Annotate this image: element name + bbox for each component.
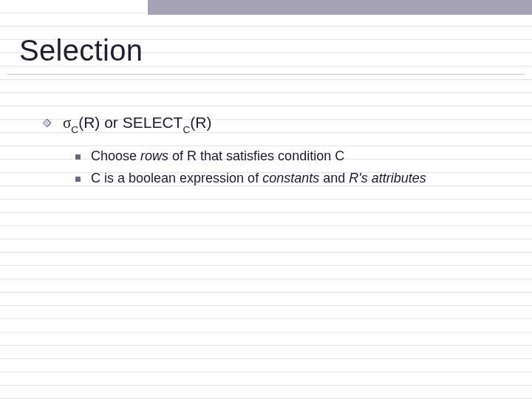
sigma-symbol: σ [63,114,71,132]
top-accent-block [148,0,532,15]
text-segment: C is a boolean expression of [91,171,262,185]
bullet-level2: C is a boolean expression of constants a… [75,168,502,189]
slide-title: Selection [19,34,143,67]
italic-rows: rows [140,149,172,163]
bullet1-text: σC(R) or SELECTC(R) [63,112,211,136]
text-segment: Choose [91,149,140,163]
sigma-subscript: C [71,124,78,135]
italic-r-attributes: R's attributes [349,171,426,185]
italic-constants: constants [262,171,323,185]
square-bullet-icon [75,177,81,182]
title-underline [7,74,525,75]
sigma-arg: (R) [78,114,100,131]
text-segment: of R that satisfies condition C [172,149,344,163]
square-bullet-icon [75,154,81,160]
sub-bullet-1: Choose rows of R that satisfies conditio… [91,146,344,167]
select-text: SELECT [123,114,183,131]
bullet-level1: σC(R) or SELECTC(R) [43,112,502,136]
select-arg: (R) [190,114,211,131]
select-subscript: C [183,124,190,135]
text-segment: and [323,171,349,185]
bullet-level2: Choose rows of R that satisfies conditio… [75,146,502,167]
or-text: or [100,114,122,131]
slide-content: σC(R) or SELECTC(R) Choose rows of R tha… [43,112,502,190]
sub-bullets: Choose rows of R that satisfies conditio… [75,146,502,189]
sub-bullet-2: C is a boolean expression of constants a… [91,168,426,189]
diamond-bullet-icon [43,119,51,127]
